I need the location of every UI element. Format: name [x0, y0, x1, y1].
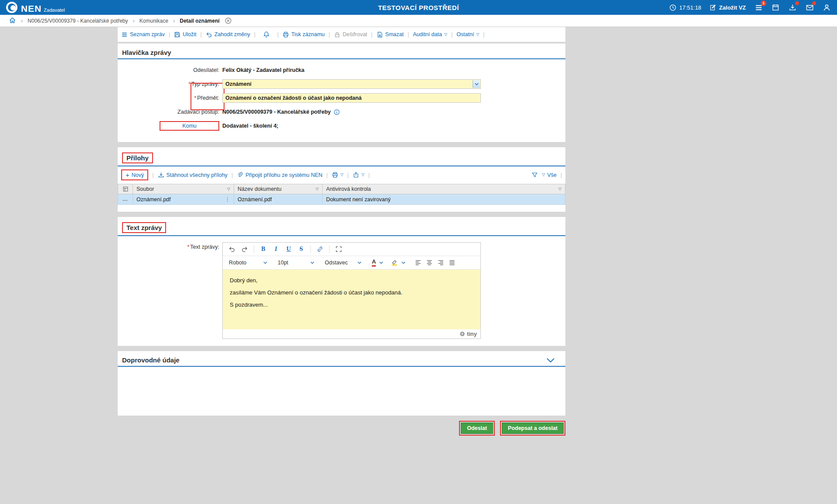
redo-icon[interactable]	[239, 244, 250, 254]
column-header-nazev[interactable]: Název dokumentu▽	[234, 184, 323, 194]
dropdown-triangle-icon: ▽	[361, 173, 364, 177]
breadcrumb-item-procedure[interactable]: N006/25/V00009379 - Kancelářské potřeby	[27, 18, 128, 24]
message-list-button[interactable]: Seznam zpráv	[121, 31, 165, 38]
audit-data-menu[interactable]: Auditní data ▽	[413, 31, 447, 37]
message-type-dropdown[interactable]: Oznámení	[222, 79, 481, 89]
top-header: NEN Zadavatel TESTOVACÍ PROSTŘEDÍ 17:51:…	[0, 0, 837, 15]
message-type-label: *Typ zprávy:	[118, 81, 222, 87]
view-all-filter[interactable]: ▽ Vše	[542, 172, 556, 178]
column-header-soubor[interactable]: Soubor▽	[133, 184, 234, 194]
accompanying-data-empty-area	[118, 367, 565, 416]
dropdown-triangle-icon: ▽	[542, 173, 545, 177]
underline-button[interactable]: U	[283, 244, 294, 254]
combo-chevron-icon[interactable]	[473, 80, 480, 88]
mail-icon[interactable]	[805, 3, 814, 12]
home-icon[interactable]	[9, 17, 16, 25]
filter-funnel-icon[interactable]	[531, 172, 538, 178]
download-all-attachments-button[interactable]: Stáhnout všechny přílohy	[158, 172, 228, 178]
recipients-link[interactable]: Komu	[160, 121, 219, 131]
attachments-toolbar: + Nový | Stáhnout všechny přílohy | Přip…	[118, 166, 565, 183]
message-text-content[interactable]: Dobrý den, zasíláme Vám Oznámení o označ…	[223, 270, 480, 329]
send-button[interactable]: Odeslat	[461, 423, 493, 434]
dropdown-triangle-icon: ▽	[444, 33, 447, 37]
align-right-icon[interactable]	[435, 257, 446, 268]
row-actions-icon[interactable]: •••	[123, 198, 128, 202]
column-header-antivir[interactable]: Antivirová kontrola▽	[323, 184, 565, 194]
column-filter-icon[interactable]: ▽	[558, 187, 561, 191]
paperclip-icon	[237, 172, 243, 178]
field-subject: *Předmět: Oznámení o označení žádosti o …	[118, 93, 565, 103]
procedure-value: N006/25/V00009379 - Kancelářské potřeby	[222, 109, 331, 115]
new-attachment-button[interactable]: + Nový	[121, 169, 148, 180]
field-recipients: Komu Dodavatel - školení 4;	[118, 121, 565, 131]
attachment-row[interactable]: ••• Oznámení.pdf⋮ Oznámení.pdf Dokument …	[118, 194, 565, 205]
highlight-color-button[interactable]	[388, 257, 408, 268]
downloads-icon[interactable]	[788, 3, 797, 12]
column-chooser-icon[interactable]	[120, 186, 131, 192]
section-title: Text zprávy	[122, 222, 166, 233]
delete-button[interactable]: Smazat	[377, 31, 404, 38]
subject-label: *Předmět:	[118, 95, 222, 101]
footer-actions: Odeslat Podepsat a odeslat	[118, 421, 565, 436]
export-icon	[353, 172, 359, 178]
create-tender-button[interactable]: Založit VZ	[710, 4, 746, 11]
nen-logo-icon	[6, 2, 17, 13]
section-title: Hlavička zprávy	[122, 49, 171, 56]
highlighter-icon	[391, 259, 398, 267]
message-paragraph: S pozdravem...	[230, 301, 473, 308]
required-asterisk: *	[188, 81, 191, 87]
calendar-icon[interactable]	[771, 3, 780, 12]
breadcrumb: › N006/25/V00009379 - Kancelářské potřeb…	[0, 15, 837, 27]
collapse-chevron-icon[interactable]	[546, 358, 561, 363]
user-icon[interactable]	[822, 3, 831, 12]
nen-brand[interactable]: NEN Zadavatel	[6, 2, 65, 13]
link-icon[interactable]	[314, 244, 326, 254]
bold-button[interactable]: B	[258, 244, 269, 254]
recipients-label-cell: Komu	[118, 121, 222, 131]
downloads-notification-dot	[795, 1, 799, 5]
info-icon[interactable]	[333, 109, 340, 115]
required-asterisk: *	[194, 95, 196, 101]
section-message-text: Text zprávy *Text zprávy: B I U S	[118, 217, 565, 346]
print-record-button[interactable]: Tisk záznamu	[282, 31, 325, 38]
list-icon	[121, 31, 128, 38]
subject-input[interactable]: Oznámení o označení žádosti o účast jako…	[222, 93, 481, 103]
print-menu-button[interactable]: ▽	[332, 172, 344, 178]
export-menu-button[interactable]: ▽	[353, 172, 364, 178]
breadcrumb-separator: ›	[133, 17, 135, 24]
drag-handle-icon[interactable]: ⋮	[225, 196, 230, 203]
font-size-select[interactable]: 10pt	[275, 257, 317, 268]
align-center-icon[interactable]	[424, 257, 435, 268]
strikethrough-button[interactable]: S	[296, 244, 307, 254]
clock-display: 17:51:18	[669, 4, 701, 11]
undo-icon[interactable]	[226, 244, 238, 254]
text-color-button[interactable]: A	[369, 257, 386, 268]
clock-icon	[669, 4, 677, 11]
fullscreen-icon[interactable]	[333, 244, 344, 254]
notifications-bell-icon[interactable]	[263, 31, 270, 38]
block-format-select[interactable]: Odstavec	[322, 257, 364, 268]
breadcrumb-item-communication[interactable]: Komunikace	[140, 18, 168, 24]
main-content: Seznam zpráv | Uložit | Zahodit změny | …	[118, 27, 565, 436]
font-family-select[interactable]: Roboto	[226, 257, 270, 268]
close-circle-icon[interactable]	[225, 17, 232, 24]
save-button[interactable]: Uložit	[174, 31, 196, 38]
italic-button[interactable]: I	[270, 244, 282, 254]
align-left-icon[interactable]	[412, 257, 424, 268]
section-message-header: Hlavička zprávy Odesílatel: Felix Okátý …	[118, 44, 565, 142]
sign-and-send-button[interactable]: Podepsat a odeslat	[502, 423, 564, 434]
section-title: Přílohy	[122, 152, 153, 163]
dropdown-triangle-icon: ▽	[340, 173, 344, 177]
breadcrumb-item-current: Detail oznámení	[180, 18, 219, 24]
attach-from-nen-button[interactable]: Připojit přílohu ze systému NEN	[237, 172, 322, 178]
discard-changes-button[interactable]: Zahodit změny	[206, 31, 250, 38]
column-filter-icon[interactable]: ▽	[227, 187, 230, 191]
rich-text-editor: B I U S Roboto 10pt	[222, 242, 481, 339]
procedure-label: Zadávací postup:	[118, 109, 222, 115]
pencil-icon	[710, 4, 717, 11]
column-filter-icon[interactable]: ▽	[316, 187, 319, 191]
text-color-icon: A	[372, 259, 376, 266]
menu-icon[interactable]: 1	[754, 3, 763, 12]
align-justify-icon[interactable]	[446, 257, 458, 268]
other-menu[interactable]: Ostatní ▽	[456, 31, 479, 37]
